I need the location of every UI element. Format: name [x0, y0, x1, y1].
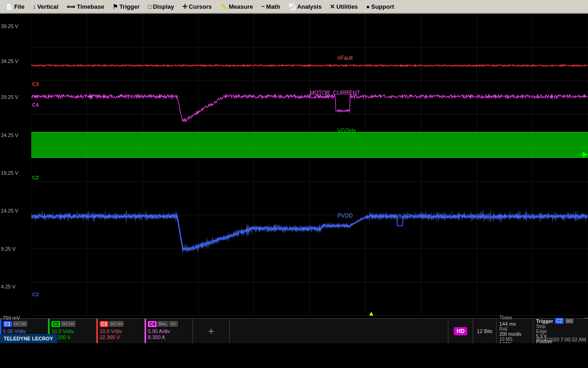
c4-mode-bwl: BwL: [158, 321, 169, 327]
trigger-icon: ⚑: [113, 3, 118, 10]
trigger-ch: C2: [555, 318, 564, 324]
tbase-value: 144 ms: [499, 321, 530, 327]
y-label-0: 39.25 V: [1, 23, 18, 29]
scope-display: 39.25 V 34.25 V 29.25 V 24.25 V 19.25 V …: [0, 14, 588, 343]
menu-utilities[interactable]: ✕ Utilities: [326, 2, 362, 11]
menu-math[interactable]: ~ Math: [258, 2, 284, 11]
c3-mode: DC1M: [109, 321, 124, 327]
waveform-display: [31, 14, 588, 329]
y-axis: 39.25 V 34.25 V 29.25 V 24.25 V 19.25 V …: [0, 14, 31, 343]
c4-mode-dc: DC: [169, 321, 178, 327]
bottom-status-bar: C1 DC1M 5.00 V/div -19.250 V C2 DC1M 10.…: [0, 318, 588, 343]
bits-label: 12 Bits: [477, 328, 492, 334]
trigger-stop: Stop: [536, 324, 585, 329]
menu-analysis[interactable]: 📈 Analysis: [285, 2, 325, 11]
c2-val1: 10.0 V/div: [51, 328, 94, 334]
y-label-4: 19.25 V: [1, 170, 18, 176]
file-icon: 📄: [6, 3, 13, 10]
roll-label: Roll: [499, 327, 530, 332]
menu-measure[interactable]: 📏 Measure: [216, 2, 257, 11]
grid-area: nFault MOTOR_CURRENT VGSHx PVDD C3 C4 C2…: [31, 14, 588, 329]
right-arrow: ▶: [582, 150, 588, 158]
timebase-icon: ⟺: [67, 3, 75, 10]
ms-label: 10 MS: [499, 337, 530, 342]
measure-icon: 📏: [220, 3, 227, 10]
trigger-dc-badge: DC: [565, 319, 573, 323]
ch-box-c4: C4 BwL DC 5.00 A/div 8.350 A: [145, 319, 193, 343]
menu-file[interactable]: 📄 File: [2, 2, 28, 11]
trigger-label: Trigger: [536, 318, 553, 324]
right-info-area: HD 12 Bits Tbase 144 ms Roll 200 ms/div …: [230, 319, 588, 343]
tbase-title: Tbase: [499, 315, 530, 320]
c2-badge: C2: [51, 321, 60, 327]
c4-val1: 5.00 A/div: [148, 328, 191, 334]
menu-vertical[interactable]: ↕ Vertical: [29, 2, 62, 11]
support-icon: ●: [366, 3, 370, 10]
menu-cursors[interactable]: ✛ Cursors: [179, 2, 215, 11]
ch-label-c2: C2: [32, 175, 39, 180]
y-label-2: 29.25 V: [1, 94, 18, 100]
c3-val2: 22.360 V: [100, 334, 142, 340]
analysis-icon: 📈: [288, 3, 296, 10]
display-icon: □: [148, 3, 152, 10]
menu-support[interactable]: ● Support: [362, 2, 398, 11]
trigger-marker: ▲: [368, 310, 374, 317]
c4-badge: C4: [148, 321, 157, 327]
vertical-icon: ↕: [33, 3, 36, 10]
y-label-5: 14.25 V: [1, 208, 18, 213]
signal-label-motor: MOTOR_CURRENT: [310, 90, 360, 96]
c4-val2: 8.350 A: [148, 334, 191, 340]
y-label-1: 34.25 V: [1, 58, 18, 64]
ch-box-c3: C3 DC1M 10.0 V/div 22.360 V: [96, 319, 145, 343]
timestamp-label: 9/24/2020 7:00:32 AM: [537, 337, 586, 342]
y-label-8: -750 mV: [1, 315, 20, 321]
add-math-button[interactable]: +: [193, 319, 230, 343]
menu-bar: 📄 File ↕ Vertical ⟺ Timebase ⚑ Trigger □…: [0, 0, 588, 14]
menu-trigger[interactable]: ⚑ Trigger: [109, 2, 143, 11]
c3-badge: C3: [100, 321, 108, 327]
c3-val1: 10.0 V/div: [100, 328, 142, 334]
cursors-icon: ✛: [182, 3, 187, 10]
hd-panel: HD: [448, 319, 473, 343]
y-label-6: 9.25 V: [1, 246, 16, 252]
signal-label-pvdd: PVDD: [338, 213, 353, 219]
ch-label-c4: C4: [32, 102, 39, 108]
roll-value: 200 ms/div: [499, 332, 530, 337]
utilities-icon: ✕: [330, 3, 335, 10]
branding-label: TELEDYNE LECROY: [0, 334, 57, 343]
ch-label-c1: C2: [32, 292, 39, 297]
y-label-7: 4.25 V: [1, 284, 16, 289]
y-label-3: 24.25 V: [1, 132, 18, 138]
ch-label-c3: C3: [32, 81, 39, 87]
c2-mode: DC1M: [61, 321, 76, 327]
signal-label-nfault: nFault: [338, 55, 353, 61]
bits-panel: 12 Bits: [473, 319, 496, 343]
math-icon: ~: [261, 3, 265, 10]
menu-timebase[interactable]: ⟺ Timebase: [63, 2, 108, 11]
tbase-panel: Tbase 144 ms Roll 200 ms/div 10 MS 5 MS/…: [496, 319, 533, 343]
c2-val2: -2.200 V: [51, 334, 94, 340]
trigger-edge: Edge: [536, 329, 585, 334]
ms-value: 5 MS/s: [499, 342, 530, 343]
signal-label-vgshx: VGSHx: [338, 127, 356, 134]
hd-badge: HD: [454, 327, 467, 335]
menu-display[interactable]: □ Display: [144, 2, 178, 11]
